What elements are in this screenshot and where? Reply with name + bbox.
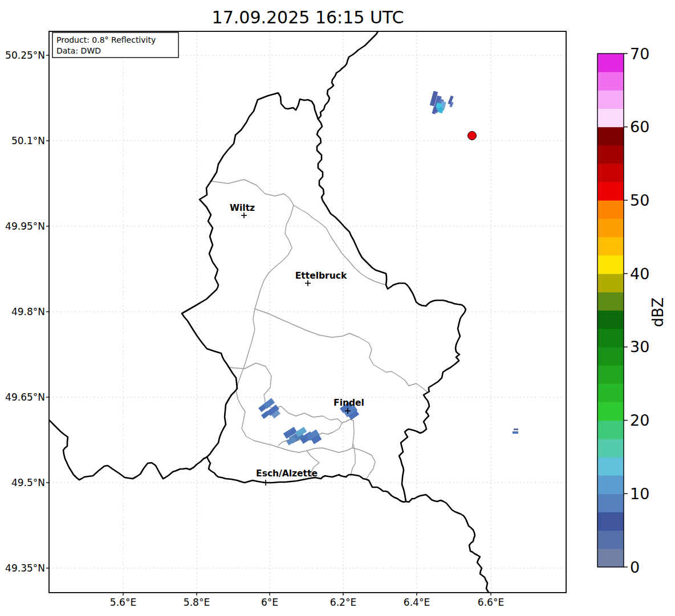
x-axis-tick-label: 6.2°E <box>330 597 356 608</box>
colorbar-segment <box>597 127 624 146</box>
x-axis-tick-label: 5.6°E <box>110 597 136 608</box>
colorbar-segment <box>597 72 624 91</box>
info-box-product: Product: 0.8° Reflectivity <box>56 35 156 44</box>
colorbar-tick-label: 0 <box>630 558 640 576</box>
colorbar-segment <box>597 402 624 421</box>
colorbar-tick-label: 10 <box>630 485 649 503</box>
colorbar-tick-label: 50 <box>630 191 649 209</box>
y-axis-tick-label: 49.95°N <box>5 221 45 232</box>
colorbar-segment <box>597 255 624 274</box>
colorbar-tick-label: 20 <box>630 411 649 429</box>
echo-patch <box>514 429 518 430</box>
y-axis-tick-label: 49.5°N <box>11 477 45 488</box>
city-label: Esch/Alzette <box>256 468 318 479</box>
radar-site-marker <box>468 132 477 140</box>
y-axis-tick-label: 49.65°N <box>5 391 45 403</box>
plot-title: 17.09.2025 16:15 UTC <box>212 7 404 27</box>
info-box-source: Data: DWD <box>56 46 101 55</box>
colorbar-tick-label: 60 <box>630 118 649 136</box>
colorbar-segment <box>597 531 624 549</box>
colorbar-segment <box>597 164 624 182</box>
colorbar-segment <box>597 475 624 494</box>
city-label: Ettelbruck <box>295 271 347 281</box>
x-axis-tick-label: 6.6°E <box>478 597 504 608</box>
colorbar-segment <box>597 292 624 311</box>
y-axis-tick-label: 49.8°N <box>11 306 45 317</box>
y-axis-tick-label: 50.1°N <box>11 135 45 146</box>
colorbar <box>597 54 624 568</box>
colorbar-segment <box>597 512 624 531</box>
colorbar-units-label: dBZ <box>649 297 666 327</box>
colorbar-tick-label: 70 <box>630 45 649 63</box>
colorbar-segment <box>597 421 624 439</box>
colorbar-segment <box>597 145 624 164</box>
colorbar-segment <box>597 347 624 366</box>
y-axis-tick-label: 49.35°N <box>5 562 45 574</box>
colorbar-tick-label: 30 <box>630 338 649 356</box>
colorbar-segment <box>597 274 624 292</box>
colorbar-segment <box>597 182 624 201</box>
echo-patch <box>513 431 518 434</box>
colorbar-segment <box>597 219 624 238</box>
x-axis-tick-label: 5.8°E <box>184 597 210 608</box>
radar-map-figure: 17.09.2025 16:15 UTC <box>0 0 675 616</box>
x-axis-tick-label: 6.4°E <box>404 597 430 608</box>
city-label: Findel <box>334 398 364 408</box>
colorbar-segment <box>597 311 624 329</box>
colorbar-segment <box>597 329 624 348</box>
colorbar-segment <box>597 457 624 476</box>
colorbar-segment <box>597 54 624 72</box>
plot-area <box>49 31 566 593</box>
y-axis-tick-label: 50.25°N <box>5 50 45 61</box>
info-box: Product: 0.8° Reflectivity Data: DWD <box>52 32 178 58</box>
colorbar-segment <box>597 109 624 128</box>
colorbar-tick-label: 40 <box>630 265 649 283</box>
figure-canvas: 17.09.2025 16:15 UTC <box>0 0 675 616</box>
x-axis-tick-label: 6°E <box>261 597 278 608</box>
colorbar-segment <box>597 200 624 219</box>
city-label: Wiltz <box>230 203 255 213</box>
colorbar-segment <box>597 237 624 256</box>
colorbar-segment <box>597 439 624 458</box>
colorbar-segment <box>597 549 624 568</box>
colorbar-segment <box>597 90 624 109</box>
colorbar-segment <box>597 365 624 384</box>
colorbar-segment <box>597 384 624 402</box>
colorbar-segment <box>597 493 624 512</box>
